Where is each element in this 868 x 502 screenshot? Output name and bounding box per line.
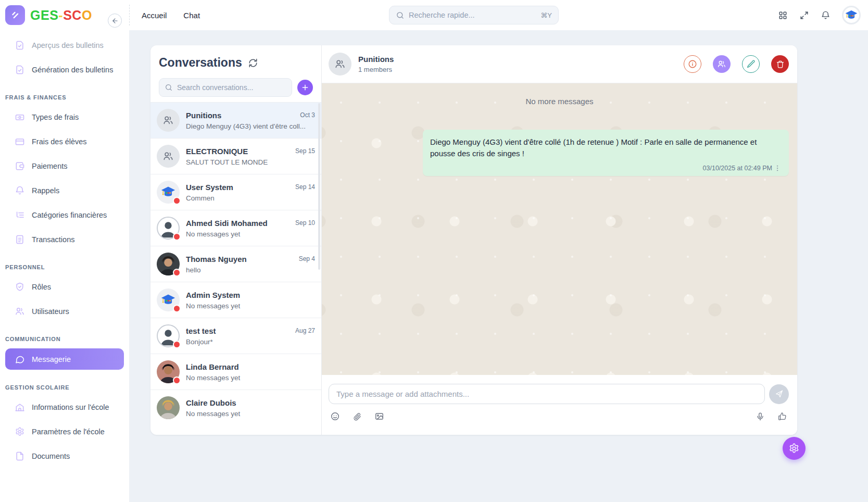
conversation-name: Ahmed Sidi Mohamed	[186, 219, 268, 228]
attachment-icon[interactable]	[353, 412, 362, 421]
conversation-item[interactable]: Admin SystemNo messages yet	[150, 282, 321, 318]
nav-accueil[interactable]: Accueil	[142, 11, 167, 20]
sidebar-item-informations-sur-l-ecole[interactable]: Informations sur l'école	[0, 395, 129, 419]
settings-icon	[15, 426, 25, 437]
sidebar-item-apercus-des-bulletins[interactable]: Aperçus des bulletins	[0, 33, 129, 57]
conversation-item[interactable]: ELECTRONIQUESep 15SALUT TOUT LE MONDE	[150, 138, 321, 174]
conversations-title: Conversations	[159, 56, 242, 70]
conversation-item[interactable]: test testAug 27Bonjour*	[150, 318, 321, 354]
conversation-item[interactable]: Linda BernardNo messages yet	[150, 354, 321, 390]
conversation-item[interactable]: Thomas NguyenSep 4hello	[150, 246, 321, 282]
conversation-name: Claire Dubois	[186, 398, 236, 407]
sidebar-item-label: Rappels	[32, 186, 59, 195]
chat-avatar	[329, 53, 351, 76]
sidebar-item-messagerie[interactable]: Messagerie	[5, 348, 124, 370]
conversation-preview: No messages yet	[186, 230, 315, 238]
fullscreen-icon[interactable]	[799, 10, 809, 20]
unread-status-dot	[173, 269, 181, 277]
send-button[interactable]	[769, 384, 789, 404]
info-icon	[688, 59, 697, 69]
conversations-search-input[interactable]	[177, 83, 286, 92]
settings-fab-button[interactable]	[783, 437, 806, 460]
unread-status-dot	[173, 305, 181, 312]
sidebar-section-header: FRAIS & FINANCES	[0, 82, 129, 105]
sidebar-item-paiements[interactable]: Paiements	[0, 154, 129, 178]
sidebar-item-label: Types de frais	[32, 113, 79, 121]
sidebar-item-types-de-frais[interactable]: Types de frais	[0, 105, 129, 129]
sidebar-item-parametres-de-l-ecole[interactable]: Paramètres de l'école	[0, 419, 129, 444]
avatar	[157, 360, 180, 383]
global-search[interactable]: ⌘Y	[389, 6, 559, 24]
nav-chat[interactable]: Chat	[183, 11, 200, 20]
image-icon[interactable]	[374, 411, 384, 421]
main-area: Conversations PunitionsOct 3Diego Menguy…	[129, 30, 868, 502]
sidebar-item-roles[interactable]: Rôles	[0, 274, 129, 299]
scrollbar-thumb[interactable]	[318, 103, 320, 270]
sidebar-item-rappels[interactable]: Rappels	[0, 178, 129, 203]
thumbs-up-icon[interactable]	[777, 411, 787, 421]
wallet-icon	[15, 161, 25, 171]
plus-icon	[301, 83, 309, 92]
trash-icon	[776, 60, 785, 69]
sidebar-item-frais-des-eleves[interactable]: Frais des élèves	[0, 129, 129, 154]
message-timestamp: 03/10/2025 at 02:49 PM	[703, 165, 772, 172]
sidebar: Aperçus des bulletinsGénération des bull…	[0, 30, 129, 502]
new-conversation-button[interactable]	[297, 80, 313, 95]
sidebar-item-transactions[interactable]: Transactions	[0, 227, 129, 252]
sidebar-item-categories-financieres[interactable]: Catégories financières	[0, 203, 129, 227]
conversation-preview: Bonjour*	[186, 338, 315, 346]
message-text: Diego Menguy (4G3) vient d'être collé (1…	[430, 136, 782, 159]
sidebar-item-generation-des-bulletins[interactable]: Génération des bulletins	[0, 57, 129, 82]
message-menu-icon[interactable]	[773, 164, 782, 172]
global-search-input[interactable]	[409, 11, 536, 19]
refresh-conversations-icon[interactable]	[248, 58, 258, 68]
gear-icon	[788, 443, 800, 454]
conversation-name: Thomas Nguyen	[186, 255, 247, 263]
conversation-preview: No messages yet	[186, 302, 315, 310]
conversation-date: Sep 10	[295, 219, 315, 227]
messaging-card: Conversations PunitionsOct 3Diego Menguy…	[150, 45, 797, 435]
sidebar-item-label: Informations sur l'école	[32, 403, 109, 411]
group-icon	[334, 58, 346, 70]
file-icon	[15, 451, 25, 461]
conversations-panel: Conversations PunitionsOct 3Diego Menguy…	[150, 45, 322, 435]
conversation-item[interactable]: Claire DuboisNo messages yet	[150, 390, 321, 425]
conversation-preview: No messages yet	[186, 374, 315, 382]
user-avatar[interactable]	[842, 6, 861, 24]
emoji-icon[interactable]	[330, 411, 340, 421]
chat-info-button[interactable]	[684, 55, 701, 73]
conversation-date: Sep 15	[295, 147, 315, 155]
file-check-icon	[15, 40, 25, 51]
notifications-bell-icon[interactable]	[821, 10, 831, 20]
sidebar-collapse-button[interactable]	[108, 14, 122, 28]
pencil-icon	[747, 60, 755, 68]
conversations-search[interactable]	[159, 78, 292, 97]
messages-area: No more messages Diego Menguy (4G3) vien…	[322, 83, 797, 375]
apps-grid-icon[interactable]	[778, 10, 788, 20]
sidebar-item-utilisateurs[interactable]: Utilisateurs	[0, 299, 129, 323]
conversation-name: test test	[186, 327, 216, 335]
sidebar-item-label: Paramètres de l'école	[32, 428, 105, 436]
conversation-name: Admin System	[186, 291, 240, 299]
brand-area: GES-SCO	[0, 5, 129, 25]
avatar	[157, 288, 180, 311]
chat-delete-button[interactable]	[771, 55, 789, 73]
logo-letter: C	[72, 8, 82, 23]
conversation-date: Sep 14	[295, 183, 315, 191]
conversation-preview: No messages yet	[186, 410, 315, 418]
conversation-item[interactable]: User SystemSep 14Commen	[150, 174, 321, 210]
chat-add-members-button[interactable]	[713, 55, 731, 73]
top-actions	[778, 0, 861, 30]
conversation-item[interactable]: PunitionsOct 3Diego Menguy (4G3) vient d…	[150, 102, 321, 138]
message-circle-icon	[15, 354, 25, 365]
chat-edit-button[interactable]	[742, 55, 760, 73]
conversation-item[interactable]: Ahmed Sidi MohamedSep 10No messages yet	[150, 210, 321, 246]
avatar	[157, 396, 180, 419]
microphone-icon[interactable]	[756, 412, 765, 421]
top-header: GES-SCO Accueil Chat ⌘Y	[0, 0, 868, 30]
sidebar-item-documents[interactable]: Documents	[0, 444, 129, 468]
send-icon	[774, 389, 784, 399]
top-navigation: Accueil Chat	[129, 5, 200, 26]
message-input[interactable]	[329, 384, 765, 404]
banknote-icon	[15, 112, 25, 122]
